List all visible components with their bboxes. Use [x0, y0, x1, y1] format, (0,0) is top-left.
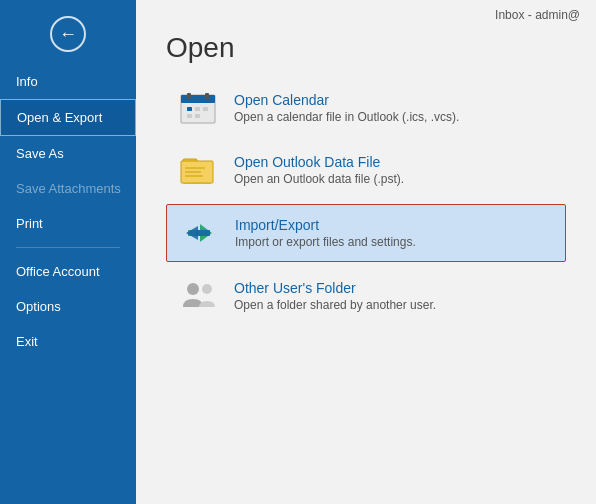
svg-rect-13: [185, 171, 201, 173]
open-data-file-text: Open Outlook Data File Open an Outlook d…: [234, 154, 404, 186]
svg-rect-8: [195, 114, 200, 118]
svg-point-19: [187, 283, 199, 295]
svg-rect-5: [195, 107, 200, 111]
sidebar-item-open-export[interactable]: Open & Export: [0, 99, 136, 136]
svg-rect-12: [185, 167, 205, 169]
other-users-folder-title: Other User's Folder: [234, 280, 436, 296]
back-circle[interactable]: ←: [50, 16, 86, 52]
open-data-file-desc: Open an Outlook data file (.pst).: [234, 172, 404, 186]
sidebar-item-exit[interactable]: Exit: [0, 324, 136, 359]
open-calendar-desc: Open a calendar file in Outlook (.ics, .…: [234, 110, 459, 124]
open-calendar-title: Open Calendar: [234, 92, 459, 108]
back-button[interactable]: ←: [0, 0, 136, 64]
open-data-file-title: Open Outlook Data File: [234, 154, 404, 170]
back-arrow-icon: ←: [59, 25, 77, 43]
calendar-icon: [178, 90, 218, 126]
svg-rect-1: [181, 95, 215, 103]
main-content: Inbox - admin@ Open Open Calendar: [136, 0, 596, 504]
option-other-users-folder[interactable]: Other User's Folder Open a folder shared…: [166, 268, 566, 324]
sidebar-item-info[interactable]: Info: [0, 64, 136, 99]
svg-rect-14: [185, 175, 203, 177]
option-open-data-file[interactable]: Open Outlook Data File Open an Outlook d…: [166, 142, 566, 198]
sidebar-item-office-account[interactable]: Office Account: [0, 254, 136, 289]
svg-rect-3: [205, 93, 209, 99]
option-open-calendar[interactable]: Open Calendar Open a calendar file in Ou…: [166, 80, 566, 136]
data-file-icon: [178, 152, 218, 188]
open-calendar-text: Open Calendar Open a calendar file in Ou…: [234, 92, 459, 124]
import-export-desc: Import or export files and settings.: [235, 235, 416, 249]
svg-rect-4: [187, 107, 192, 111]
inbox-label: Inbox - admin@: [495, 8, 580, 22]
sidebar-item-save-as[interactable]: Save As: [0, 136, 136, 171]
shared-folder-icon: [178, 278, 218, 314]
svg-rect-6: [203, 107, 208, 111]
import-export-text: Import/Export Import or export files and…: [235, 217, 416, 249]
other-users-folder-desc: Open a folder shared by another user.: [234, 298, 436, 312]
options-list: Open Calendar Open a calendar file in Ou…: [136, 80, 596, 504]
sidebar-divider: [16, 247, 120, 248]
header-bar: Inbox - admin@: [136, 0, 596, 22]
other-users-folder-text: Other User's Folder Open a folder shared…: [234, 280, 436, 312]
sidebar-item-print[interactable]: Print: [0, 206, 136, 241]
import-export-title: Import/Export: [235, 217, 416, 233]
svg-rect-7: [187, 114, 192, 118]
option-import-export[interactable]: Import/Export Import or export files and…: [166, 204, 566, 262]
svg-rect-2: [187, 93, 191, 99]
sidebar: ← Info Open & Export Save As Save Attach…: [0, 0, 136, 504]
sidebar-item-options[interactable]: Options: [0, 289, 136, 324]
import-export-icon: [179, 215, 219, 251]
page-title: Open: [136, 22, 596, 80]
sidebar-item-save-attachments: Save Attachments: [0, 171, 136, 206]
svg-rect-18: [196, 230, 210, 236]
svg-point-20: [202, 284, 212, 294]
